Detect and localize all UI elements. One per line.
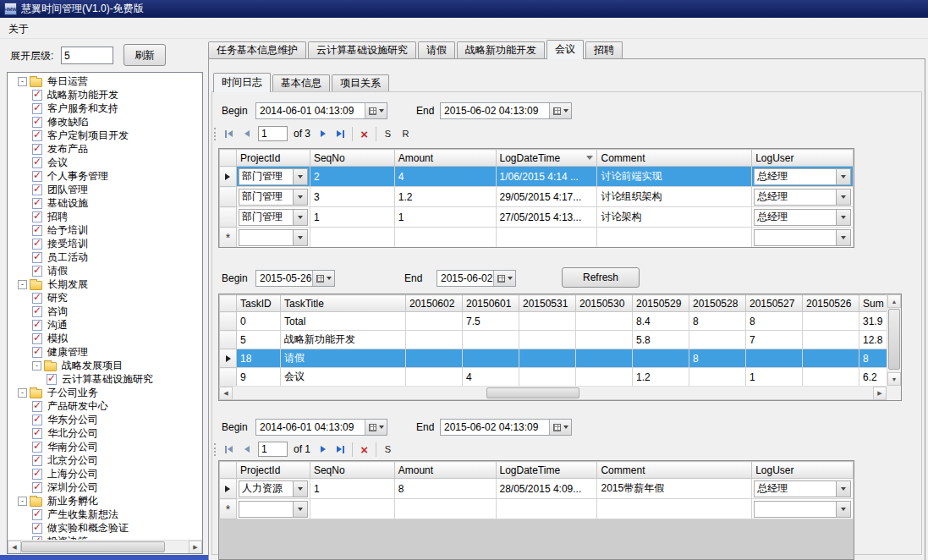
scroll-track[interactable] — [21, 541, 189, 553]
tree-item[interactable]: 会议 — [8, 156, 202, 169]
combobox-dropdown-button[interactable] — [293, 169, 307, 184]
scroll-down-icon[interactable]: ▼ — [887, 372, 901, 386]
tree-item[interactable]: 咨询 — [8, 305, 202, 318]
tree-item[interactable]: 招聘 — [8, 210, 202, 223]
grid-cell[interactable]: 1 — [394, 207, 496, 228]
tree-item[interactable]: 团队管理 — [8, 183, 202, 196]
tree-item[interactable]: 发布产品 — [8, 142, 202, 156]
cell-combobox[interactable]: 部门管理 — [239, 209, 308, 226]
row-selector-cell[interactable] — [220, 312, 237, 331]
row-selector-cell[interactable] — [220, 207, 237, 228]
grid-cell[interactable] — [394, 228, 496, 248]
grid-cell[interactable]: 8 — [859, 349, 888, 368]
column-header[interactable]: Comment — [597, 462, 752, 479]
grid-cell[interactable]: 部门管理 — [236, 187, 310, 207]
column-header[interactable]: Comment — [597, 150, 752, 167]
tree-item[interactable]: 云计算基础设施研究 — [8, 372, 202, 386]
tree-item[interactable]: 沟通 — [8, 318, 202, 332]
grid-cell[interactable]: 5 — [237, 331, 281, 349]
grid-row[interactable]: 9会议41.216.2 — [220, 368, 888, 387]
grid-cell[interactable] — [576, 331, 633, 349]
collapse-icon[interactable]: - — [18, 497, 27, 506]
tree-item[interactable]: 个人事务管理 — [8, 169, 202, 183]
task-tab-2[interactable]: 请假 — [418, 41, 455, 58]
grid-cell[interactable] — [633, 349, 689, 368]
grid-cell[interactable] — [519, 312, 576, 331]
column-header[interactable]: 20150530 — [576, 295, 633, 312]
grid-cell[interactable]: 讨论组织架构 — [597, 187, 752, 207]
cell-combobox[interactable]: 部门管理 — [239, 168, 308, 185]
grid-cell[interactable]: 8 — [394, 479, 496, 499]
menu-about[interactable]: 关于 — [0, 18, 37, 38]
row-selector-cell[interactable] — [220, 368, 237, 387]
grid-cell[interactable]: 2 — [310, 167, 394, 187]
scroll-thumb[interactable] — [486, 387, 579, 398]
task-tab-3[interactable]: 战略新功能开发 — [457, 41, 545, 58]
move-first-button[interactable] — [220, 125, 238, 142]
column-header[interactable]: 20150601 — [463, 295, 519, 312]
grid-cell[interactable] — [746, 349, 803, 368]
view-tab-1[interactable]: 基本信息 — [272, 74, 330, 91]
column-header[interactable]: SeqNo — [310, 462, 394, 479]
grid-cell[interactable] — [406, 331, 463, 349]
tree-item[interactable]: 北京分公司 — [8, 453, 202, 467]
calendar-dropdown-button[interactable] — [549, 103, 571, 118]
combobox-dropdown-button[interactable] — [836, 230, 850, 245]
grid-cell[interactable]: 2015带薪年假 — [597, 479, 752, 499]
column-header[interactable]: 20150602 — [406, 295, 463, 312]
grid-row[interactable]: 部门管理241/06/2015 4:14 ...讨论前端实现总经理 — [220, 167, 854, 187]
tree-item[interactable]: 做实验和概念验证 — [8, 521, 202, 535]
combobox-dropdown-button[interactable] — [836, 502, 850, 517]
toolbar-button-r[interactable]: R — [397, 125, 415, 142]
tree-item[interactable]: 研究 — [8, 291, 202, 305]
scroll-left-icon[interactable]: ◀ — [8, 541, 21, 554]
column-header[interactable]: LogDateTime — [496, 462, 597, 479]
grid-cell[interactable]: 战略新功能开发 — [281, 331, 406, 349]
column-header[interactable]: LogUser — [752, 150, 854, 167]
grid-cell[interactable]: 1 — [310, 207, 394, 228]
task-tab-5[interactable]: 招聘 — [585, 41, 623, 58]
move-last-button[interactable] — [332, 125, 349, 142]
grid-vscrollbar[interactable]: ▲▼ — [887, 294, 901, 386]
grid-row[interactable]: 部门管理1127/05/2015 4:13...讨论架构总经理 — [220, 207, 854, 228]
tree-item[interactable]: 客户服务和支持 — [8, 102, 202, 115]
grid-cell[interactable]: 29/05/2015 4:17... — [496, 187, 597, 207]
grid-cell[interactable]: 27/05/2015 4:13... — [496, 207, 597, 228]
top-begin-datepicker[interactable]: 2014-06-01 04:13:09 — [255, 102, 387, 119]
row-selector-cell[interactable] — [220, 349, 237, 368]
scroll-thumb[interactable] — [888, 309, 900, 370]
grid-cell[interactable]: 5.8 — [633, 331, 689, 349]
cell-combobox[interactable]: 总经理 — [754, 168, 851, 185]
row-selector-cell[interactable]: * — [220, 499, 237, 519]
grid-cell[interactable] — [803, 331, 859, 349]
grid-cell[interactable]: 1 — [746, 368, 803, 387]
scroll-right-icon[interactable]: ▶ — [873, 387, 887, 400]
move-last-button[interactable] — [332, 441, 349, 458]
grid-cell[interactable] — [519, 349, 576, 368]
scroll-track[interactable] — [887, 308, 901, 372]
top-end-datepicker[interactable]: 2015-06-02 04:13:09 — [440, 102, 572, 119]
row-selector-cell[interactable] — [220, 479, 237, 499]
row-selector-cell[interactable] — [220, 331, 237, 349]
tree-item[interactable]: 华东分公司 — [8, 413, 202, 426]
grid-cell[interactable] — [406, 368, 463, 387]
position-input[interactable] — [258, 126, 288, 141]
grid-cell[interactable]: 0 — [237, 312, 281, 331]
grid-cell[interactable] — [496, 228, 597, 248]
move-first-button[interactable] — [220, 441, 238, 458]
grid-row[interactable]: 人力资源1828/05/2015 4:09...2015带薪年假总经理 — [220, 479, 854, 499]
collapse-icon[interactable]: - — [18, 388, 27, 398]
grid-cell[interactable]: 1 — [310, 479, 394, 499]
combobox-dropdown-button[interactable] — [293, 502, 307, 517]
grid-cell[interactable]: 7 — [746, 331, 803, 349]
grid-cell[interactable]: 28/05/2015 4:09... — [496, 479, 597, 499]
cell-combobox[interactable]: 人力资源 — [239, 480, 308, 497]
grid-row[interactable]: 18请假88 — [220, 349, 888, 368]
grid-cell[interactable] — [576, 312, 633, 331]
delete-button[interactable]: × — [355, 125, 373, 142]
grid-cell[interactable] — [597, 499, 752, 519]
refresh-summary-button[interactable]: Refresh — [562, 267, 640, 288]
grid-cell[interactable]: 会议 — [281, 368, 406, 387]
cell-combobox[interactable] — [754, 501, 851, 518]
row-selector-cell[interactable]: * — [220, 228, 237, 248]
